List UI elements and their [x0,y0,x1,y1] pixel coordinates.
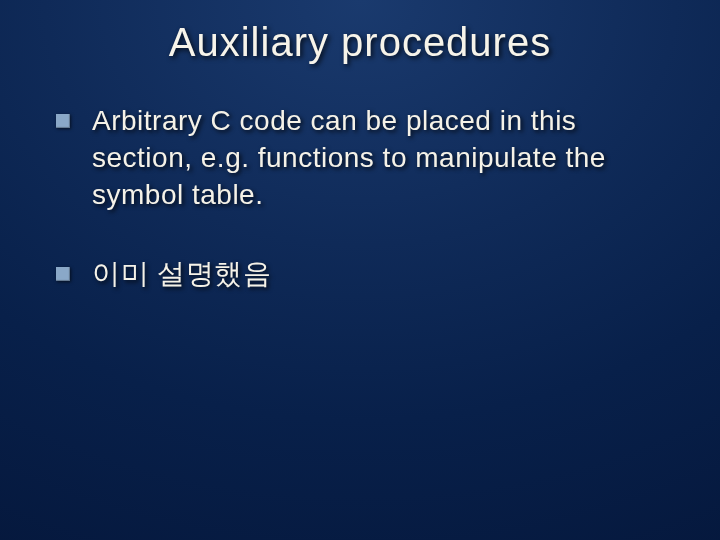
bullet-text: Arbitrary C code can be placed in this s… [92,103,670,214]
square-bullet-icon [56,267,70,281]
bullet-text: 이미 설명했음 [92,256,670,293]
slide: Auxiliary procedures Arbitrary C code ca… [0,0,720,540]
bullet-list: Arbitrary C code can be placed in this s… [56,103,670,293]
list-item: Arbitrary C code can be placed in this s… [56,103,670,214]
list-item: 이미 설명했음 [56,256,670,293]
square-bullet-icon [56,114,70,128]
slide-title: Auxiliary procedures [50,20,670,65]
